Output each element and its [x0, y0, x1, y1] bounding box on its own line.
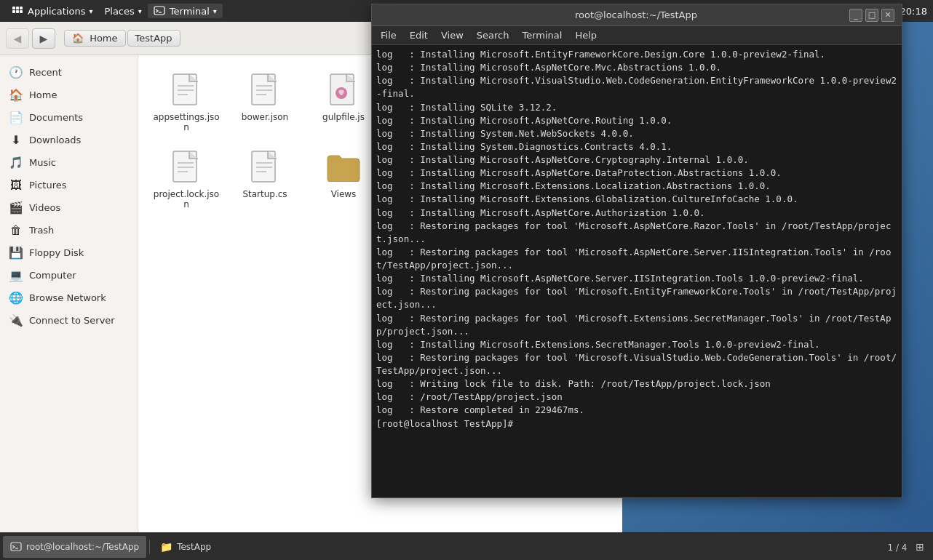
file-item-project-lock-json[interactable]: project.lock.json [150, 144, 223, 215]
server-icon: 🔌 [9, 313, 23, 327]
sidebar-item-videos[interactable]: 🎬 Videos [0, 196, 138, 219]
home-crumb[interactable]: 🏠 Home [64, 30, 126, 47]
terminal-line: log : Restoring packages for tool 'Micro… [376, 285, 897, 311]
trash-icon: 🗑 [9, 223, 23, 237]
home-icon: 🏠 [72, 33, 84, 44]
pictures-icon: 🖼 [9, 178, 23, 192]
term-menu-help[interactable]: Help [569, 28, 603, 42]
terminal-line: log : Installing Microsoft.Extensions.Gl… [376, 193, 897, 206]
terminal-line: log : Installing Microsoft.AspNetCore.Mv… [376, 61, 897, 74]
terminal-titlebar: root@localhost:~/TestApp _ □ ✕ [372, 4, 902, 26]
file-item-gulpfile[interactable]: gulpfile.js [307, 67, 380, 138]
terminal-line: log : Installing Microsoft.VisualStudio.… [376, 74, 897, 100]
downloads-icon: ⬇ [9, 133, 23, 147]
floppy-icon: 💾 [9, 246, 23, 260]
svg-rect-4 [16, 10, 19, 13]
file-label-gulpfile: gulpfile.js [322, 112, 365, 122]
sidebar-item-downloads[interactable]: ⬇ Downloads [0, 129, 138, 151]
file-icon-gulpfile [326, 73, 361, 108]
terminal-title: root@localhost:~/TestApp [423, 9, 849, 20]
breadcrumb: 🏠 Home TestApp [64, 30, 180, 47]
videos-icon: 🎬 [9, 201, 23, 215]
computer-icon: 💻 [9, 268, 23, 282]
terminal-line: log : Restoring packages for tool 'Micro… [376, 351, 897, 377]
taskbar-item-terminal[interactable]: root@localhost:~/TestApp [3, 536, 146, 558]
sidebar-item-pictures[interactable]: 🖼 Pictures [0, 174, 138, 196]
terminal-line: log : Installing Microsoft.AspNetCore.Au… [376, 207, 897, 220]
file-icon-appsettings [169, 73, 204, 108]
term-menu-terminal[interactable]: Terminal [516, 28, 568, 42]
terminal-line: log : Installing System.Net.WebSockets 4… [376, 127, 897, 140]
terminal-close-button[interactable]: ✕ [881, 9, 894, 22]
file-icon-views [326, 150, 361, 185]
terminal-line: log : Restoring packages for tool 'Micro… [376, 220, 897, 246]
taskbar-item-files[interactable]: 📁 TestApp [153, 536, 218, 558]
file-item-startup[interactable]: Startup.cs [229, 144, 301, 215]
places-chevron: ▾ [138, 7, 142, 15]
sidebar-item-floppy[interactable]: 💾 Floppy Disk [0, 241, 138, 264]
taskbar-grid-icon: ⊞ [916, 541, 924, 553]
terminal-menu[interactable]: Terminal ▾ [148, 4, 223, 18]
taskbar-separator [149, 540, 150, 554]
terminal-icon [154, 5, 165, 17]
forward-button[interactable]: ▶ [32, 28, 55, 49]
sidebar-item-connect-server[interactable]: 🔌 Connect to Server [0, 309, 138, 332]
terminal-menubar: File Edit View Search Terminal Help [372, 26, 902, 45]
terminal-line: log : Installing Microsoft.EntityFramewo… [376, 48, 897, 61]
terminal-line: log : Installing System.Diagnostics.Cont… [376, 140, 897, 153]
applications-menu[interactable]: Applications ▾ [6, 4, 98, 18]
terminal-minimize-button[interactable]: _ [849, 9, 862, 22]
terminal-window-buttons: _ □ ✕ [849, 9, 894, 22]
taskbar-page-indicator: 1 / 4 ⊞ [887, 541, 930, 553]
taskbar-folder-icon: 📁 [160, 541, 172, 553]
sidebar-item-documents[interactable]: 📄 Documents [0, 106, 138, 129]
fm-sidebar: 🕐 Recent 🏠 Home 📄 Documents ⬇ Downloads … [0, 55, 138, 532]
file-label-project-lock-json: project.lock.json [153, 189, 220, 209]
svg-rect-30 [11, 543, 21, 551]
terminal-line: [root@localhost TestApp]# [376, 417, 897, 431]
term-menu-edit[interactable]: Edit [404, 28, 434, 42]
svg-rect-5 [20, 10, 23, 13]
back-button[interactable]: ◀ [6, 28, 29, 49]
terminal-line: log : Installing SQLite 3.12.2. [376, 101, 897, 114]
svg-rect-2 [20, 7, 23, 9]
file-icon-bower [247, 73, 282, 108]
svg-rect-3 [12, 10, 15, 13]
file-item-bower[interactable]: bower.json [229, 67, 301, 138]
file-item-views[interactable]: Views [307, 144, 380, 215]
file-label-startup: Startup.cs [242, 189, 287, 199]
svg-rect-6 [154, 7, 164, 15]
sidebar-item-trash[interactable]: 🗑 Trash [0, 219, 138, 241]
term-menu-search[interactable]: Search [471, 28, 515, 42]
system-bar-left: Applications ▾ Places ▾ Terminal ▾ [6, 4, 223, 18]
terminal-maximize-button[interactable]: □ [865, 9, 878, 22]
sidebar-item-home[interactable]: 🏠 Home [0, 84, 138, 106]
terminal-line: log : /root/TestApp/project.json [376, 391, 897, 404]
terminal-line: log : Restoring packages for tool 'Micro… [376, 312, 897, 338]
applications-label: Applications [28, 6, 85, 17]
apps-chevron: ▾ [89, 7, 92, 15]
current-folder-crumb[interactable]: TestApp [127, 30, 180, 47]
file-label-bower: bower.json [242, 112, 288, 122]
sidebar-item-browse-network[interactable]: 🌐 Browse Network [0, 287, 138, 309]
terminal-line: log : Restore completed in 229467ms. [376, 404, 897, 417]
terminal-line: log : Writing lock file to disk. Path: /… [376, 377, 897, 391]
file-icon-project-lock-json [169, 150, 204, 185]
terminal-line: log : Installing Microsoft.AspNetCore.Da… [376, 167, 897, 180]
sidebar-item-music[interactable]: 🎵 Music [0, 151, 138, 174]
taskbar-terminal-icon [10, 541, 22, 553]
terminal-content[interactable]: log : Installing Microsoft.EntityFramewo… [372, 45, 902, 497]
sidebar-item-computer[interactable]: 💻 Computer [0, 264, 138, 287]
term-menu-file[interactable]: File [375, 28, 402, 42]
file-icon-startup [247, 150, 282, 185]
taskbar-files-label: TestApp [177, 542, 211, 552]
term-menu-view[interactable]: View [435, 28, 469, 42]
terminal-line: log : Restoring packages for tool 'Micro… [376, 246, 897, 272]
places-menu[interactable]: Places ▾ [98, 4, 147, 18]
terminal-line: log : Installing Microsoft.Extensions.Lo… [376, 180, 897, 193]
terminal-chevron: ▾ [213, 7, 217, 15]
recent-icon: 🕐 [9, 65, 23, 79]
file-item-appsettings[interactable]: appsettings.json [150, 67, 223, 138]
music-icon: 🎵 [9, 156, 23, 169]
sidebar-item-recent[interactable]: 🕐 Recent [0, 61, 138, 84]
